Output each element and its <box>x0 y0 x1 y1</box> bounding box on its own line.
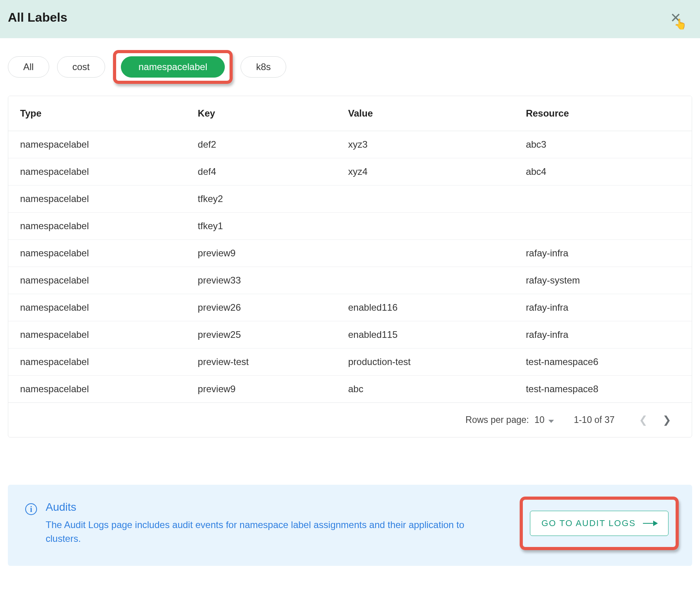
table-row[interactable]: namespacelabeltfkey1 <box>8 213 692 240</box>
cell-type: namespacelabel <box>8 348 186 376</box>
cell-type: namespacelabel <box>8 267 186 294</box>
cell-value <box>336 267 514 294</box>
cursor-icon: 👆 <box>674 18 687 30</box>
cell-resource <box>514 185 692 213</box>
pagination-next[interactable]: ❯ <box>658 412 676 428</box>
cell-type: namespacelabel <box>8 294 186 321</box>
cell-type: namespacelabel <box>8 158 186 185</box>
chevron-down-icon <box>548 420 554 423</box>
cell-key: preview25 <box>186 321 336 348</box>
pagination-range: 1-10 of 37 <box>574 415 615 425</box>
cell-resource: test-namespace6 <box>514 348 692 376</box>
cell-key: preview9 <box>186 376 336 403</box>
rows-per-page-select[interactable]: 10 <box>534 415 554 425</box>
table-row[interactable]: namespacelabelpreview-testproduction-tes… <box>8 348 692 376</box>
audit-button-label: GO TO AUDIT LOGS <box>541 518 636 528</box>
column-header-key[interactable]: Key <box>186 96 336 131</box>
cell-type: namespacelabel <box>8 131 186 158</box>
cell-resource: rafay-infra <box>514 240 692 267</box>
cell-key: tfkey1 <box>186 213 336 240</box>
panel-header: All Labels ✕ 👆 <box>0 0 700 38</box>
column-header-value[interactable]: Value <box>336 96 514 131</box>
table-row[interactable]: namespacelabeltfkey2 <box>8 185 692 213</box>
labels-table: Type Key Value Resource namespacelabelde… <box>8 96 692 437</box>
table-header-row: Type Key Value Resource <box>8 96 692 131</box>
go-to-audit-logs-button[interactable]: GO TO AUDIT LOGS <box>530 511 669 536</box>
rows-per-page-label: Rows per page: <box>465 415 529 425</box>
cell-value: enabled116 <box>336 294 514 321</box>
table-row[interactable]: namespacelabelpreview9abctest-namespace8 <box>8 376 692 403</box>
cell-resource: rafay-infra <box>514 294 692 321</box>
page-title: All Labels <box>8 10 67 25</box>
filter-chip-cost[interactable]: cost <box>57 56 105 78</box>
table-row[interactable]: namespacelabelpreview9rafay-infra <box>8 240 692 267</box>
cell-value <box>336 213 514 240</box>
cell-type: namespacelabel <box>8 376 186 403</box>
cell-key: preview-test <box>186 348 336 376</box>
table-row[interactable]: namespacelabeldef4xyz4abc4 <box>8 158 692 185</box>
cell-value: enabled115 <box>336 321 514 348</box>
filter-chip-all[interactable]: All <box>8 56 49 78</box>
cell-value: production-test <box>336 348 514 376</box>
cell-resource: abc4 <box>514 158 692 185</box>
audits-title: Audits <box>46 501 479 513</box>
arrow-right-icon <box>643 523 657 524</box>
cell-value <box>336 185 514 213</box>
column-header-resource[interactable]: Resource <box>514 96 692 131</box>
filter-chip-namespacelabel[interactable]: namespacelabel <box>121 56 225 78</box>
annotation-highlight: namespacelabel <box>113 50 233 84</box>
table-row[interactable]: namespacelabeldef2xyz3abc3 <box>8 131 692 158</box>
cell-key: preview9 <box>186 240 336 267</box>
cell-key: def4 <box>186 158 336 185</box>
info-icon: i <box>25 503 37 515</box>
table-row[interactable]: namespacelabelpreview25enabled115rafay-i… <box>8 321 692 348</box>
column-header-type[interactable]: Type <box>8 96 186 131</box>
cell-resource <box>514 213 692 240</box>
cell-resource: rafay-infra <box>514 321 692 348</box>
table-row[interactable]: namespacelabelpreview33rafay-system <box>8 267 692 294</box>
table-row[interactable]: namespacelabelpreview26enabled116rafay-i… <box>8 294 692 321</box>
cell-resource: test-namespace8 <box>514 376 692 403</box>
cell-type: namespacelabel <box>8 185 186 213</box>
cell-key: def2 <box>186 131 336 158</box>
cell-value <box>336 240 514 267</box>
cell-resource: rafay-system <box>514 267 692 294</box>
cell-type: namespacelabel <box>8 213 186 240</box>
audits-panel: i Audits The Audit Logs page includes au… <box>8 485 692 566</box>
filter-chip-k8s[interactable]: k8s <box>241 56 286 78</box>
cell-key: preview26 <box>186 294 336 321</box>
cell-key: preview33 <box>186 267 336 294</box>
audits-description: The Audit Logs page includes audit event… <box>46 518 479 546</box>
cell-value: abc <box>336 376 514 403</box>
cell-value: xyz3 <box>336 131 514 158</box>
filter-chip-row: All cost namespacelabel k8s <box>8 50 692 84</box>
close-button[interactable]: ✕ 👆 <box>670 11 692 24</box>
cell-type: namespacelabel <box>8 321 186 348</box>
annotation-highlight: GO TO AUDIT LOGS <box>520 497 679 550</box>
cell-key: tfkey2 <box>186 185 336 213</box>
pagination-prev[interactable]: ❮ <box>634 412 652 428</box>
pagination-bar: Rows per page: 10 1-10 of 37 ❮ ❯ <box>8 402 692 437</box>
cell-resource: abc3 <box>514 131 692 158</box>
cell-value: xyz4 <box>336 158 514 185</box>
cell-type: namespacelabel <box>8 240 186 267</box>
